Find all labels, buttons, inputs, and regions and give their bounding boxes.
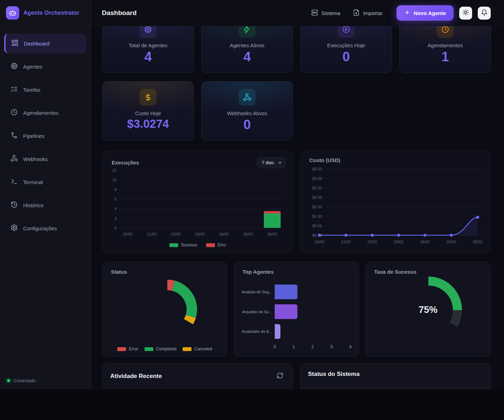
svg-text:22/02: 22/02 [171, 232, 181, 236]
svg-text:Arquiteto de So...: Arquiteto de So... [242, 310, 272, 314]
sidebar-item-pipelines[interactable]: Pipelines [4, 126, 86, 146]
svg-text:22/02: 22/02 [368, 240, 377, 244]
notifications-button[interactable] [478, 7, 491, 20]
system-status-row [301, 388, 490, 389]
webhook-icon [239, 89, 255, 106]
custo-chart-header: Custo (USD) [300, 151, 490, 163]
custo-chart-title: Custo (USD) [309, 157, 340, 163]
sidebar-item-tarefas[interactable]: Tarefas [4, 80, 86, 99]
svg-text:4: 4 [349, 344, 352, 349]
sistema-button[interactable]: Sistema [308, 7, 344, 19]
stat-card-total-agentes: Total de Agentes 4 [102, 26, 194, 73]
stat-label: Execuções Hoje [301, 42, 392, 48]
refresh-button[interactable] [276, 372, 284, 380]
sidebar-item-label: Pipelines [23, 133, 44, 139]
legend-item-error[interactable]: Error [117, 346, 138, 351]
execucoes-legend: Sucesso Erro [103, 243, 293, 247]
zap-icon [239, 26, 255, 38]
page-title: Dashboard [102, 9, 136, 17]
pipeline-icon [10, 132, 18, 140]
execucoes-chart-card: Execuções 7 dias 02468101220/0221/0222/0… [102, 150, 293, 253]
svg-text:20/02: 20/02 [123, 232, 133, 236]
svg-text:0: 0 [114, 226, 117, 230]
svg-text:25/02: 25/02 [447, 240, 456, 244]
sidebar-item-agendamentos[interactable]: Agendamentos [4, 103, 86, 122]
layout-dashboard-icon [11, 39, 19, 48]
bell-icon [481, 9, 488, 17]
svg-text:$3.00: $3.00 [312, 176, 322, 181]
legend-item-completed[interactable]: Completed [145, 346, 176, 351]
svg-text:23/02: 23/02 [195, 232, 205, 236]
svg-text:25/02: 25/02 [243, 232, 253, 236]
execucoes-bar-chart: 02468101220/0221/0222/0223/0224/0225/022… [107, 169, 286, 239]
legend-item-sucesso[interactable]: Sucesso [169, 243, 197, 247]
sidebar-item-label: Configurações [23, 225, 57, 231]
novo-agente-label: Novo Agente [414, 10, 446, 16]
sidebar-item-label: Agendamentos [23, 110, 58, 116]
custo-chart-card: Custo (USD) $0.00$0.50$1.00$1.50$2.00$2.… [300, 150, 491, 253]
execucoes-chart-header: Execuções 7 dias [103, 151, 293, 168]
sidebar-item-dashboard[interactable]: Dashboard [4, 34, 86, 53]
play-circle-icon [338, 26, 355, 38]
main-content: Total de Agentes 4 Agentes Ativos 4 Exec… [91, 26, 504, 389]
sidebar-item-agentes[interactable]: Agentes [4, 57, 86, 76]
period-select-wrap: 7 dias [257, 157, 286, 168]
refresh-icon [276, 375, 284, 380]
status-legend: Error Completed Canceled [103, 346, 227, 351]
cpu-icon [140, 26, 156, 38]
legend-item-erro[interactable]: Erro [206, 243, 226, 247]
sidebar-item-terminal[interactable]: Terminal [4, 172, 86, 192]
status-dot [7, 379, 10, 382]
atividade-recente-card: Atividade Recente [102, 363, 293, 389]
sidebar-item-webhooks[interactable]: Webhooks [4, 149, 86, 169]
svg-text:$3.50: $3.50 [312, 167, 322, 171]
brand: Agents Orchestrator [0, 0, 91, 26]
status-sistema-title: Status do Sistema [308, 371, 359, 378]
stat-value: 0 [301, 50, 392, 64]
cpu-icon [10, 62, 18, 71]
sidebar-item-label: Dashboard [24, 41, 49, 47]
legend-item-canceled[interactable]: Canceled [183, 346, 212, 351]
svg-text:24/02: 24/02 [420, 240, 430, 244]
sidebar-item-historico[interactable]: Histórico [4, 195, 86, 215]
erro-swatch [206, 243, 215, 247]
svg-text:3: 3 [330, 344, 333, 349]
svg-text:Analista de Seg...: Analista de Seg... [242, 290, 272, 294]
sidebar-item-label: Terminal [23, 179, 43, 185]
status-sistema-header: Status do Sistema [300, 364, 490, 378]
svg-text:0: 0 [274, 344, 276, 349]
importar-button[interactable]: Importar [349, 7, 386, 19]
stat-card-execucoes-hoje: Execuções Hoje 0 [300, 26, 392, 73]
status-donut-chart [103, 262, 227, 357]
custo-line-chart: $0.00$0.50$1.00$1.50$2.00$2.50$3.00$3.50… [306, 166, 485, 250]
stat-card-agendamentos: Agendamentos 1 [399, 26, 491, 73]
bot-icon [6, 6, 19, 20]
svg-text:23/02: 23/02 [394, 240, 404, 244]
settings-icon [10, 224, 18, 232]
gauge-value-label: 75% [366, 304, 490, 315]
period-select[interactable]: 7 dias [257, 157, 286, 168]
connection-status: Conectado [0, 372, 91, 389]
sidebar-item-label: Webhooks [23, 156, 48, 162]
file-download-icon [353, 9, 360, 17]
svg-text:4: 4 [114, 206, 117, 211]
stat-label: Custo Hoje [103, 110, 194, 116]
connection-status-label: Conectado [14, 378, 36, 383]
stat-card-webhooks-ativos: Webhooks Ativos 0 [201, 81, 293, 141]
theme-toggle-button[interactable] [459, 7, 472, 20]
webhook-icon [10, 155, 18, 163]
svg-text:$0.50: $0.50 [312, 224, 322, 228]
svg-text:24/02: 24/02 [219, 232, 229, 236]
stat-label: Webhooks Ativos [202, 110, 293, 116]
stat-card-custo-hoje: Custo Hoje $3.0274 [102, 81, 194, 141]
stat-value: 4 [202, 50, 293, 64]
novo-agente-button[interactable]: Novo Agente [397, 5, 454, 21]
svg-text:10: 10 [112, 178, 117, 182]
stat-value: $3.0274 [103, 118, 194, 130]
sidebar-item-label: Histórico [23, 202, 43, 208]
svg-text:Analisador de A...: Analisador de A... [242, 329, 272, 334]
error-swatch [117, 347, 126, 351]
sidebar-item-configuracoes[interactable]: Configurações [4, 218, 86, 238]
brand-name: Agents Orchestrator [23, 10, 79, 16]
execucoes-chart-title: Execuções [112, 160, 139, 166]
